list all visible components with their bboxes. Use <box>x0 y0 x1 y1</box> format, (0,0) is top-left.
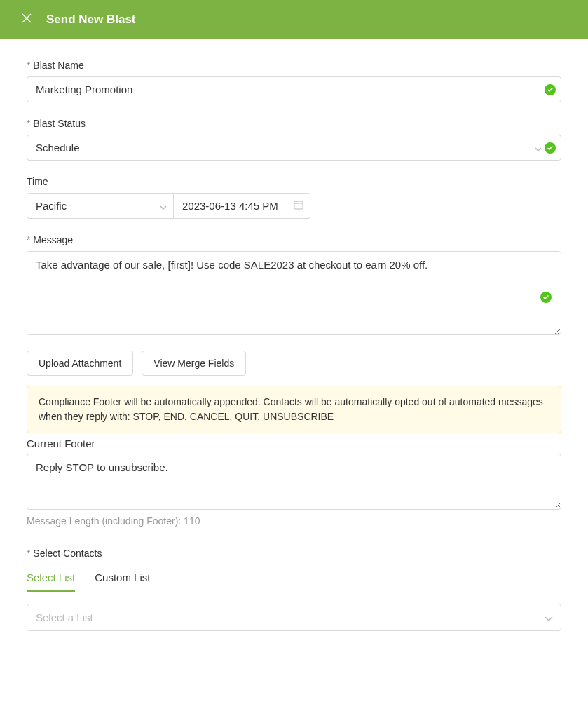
message-length-text: Message Length (including Footer): 110 <box>27 515 561 527</box>
timezone-value: Pacific <box>36 200 67 212</box>
footer-textarea[interactable] <box>27 454 561 510</box>
time-label: Time <box>27 176 561 187</box>
tab-select-list[interactable]: Select List <box>27 564 75 592</box>
datetime-value: 2023-06-13 4:45 PM <box>182 200 278 212</box>
message-textarea[interactable] <box>27 251 561 335</box>
datetime-input[interactable]: 2023-06-13 4:45 PM <box>174 193 310 219</box>
select-list-placeholder: Select a List <box>36 611 93 623</box>
close-icon[interactable] <box>21 11 32 27</box>
check-icon <box>540 292 552 303</box>
select-list-dropdown[interactable]: Select a List <box>27 604 561 631</box>
message-label: Message <box>27 234 561 245</box>
blast-status-select[interactable]: Schedule <box>27 135 561 161</box>
select-contacts-label: Select Contacts <box>27 548 561 559</box>
blast-status-value: Schedule <box>36 142 80 154</box>
timezone-select[interactable]: Pacific <box>27 193 174 219</box>
blast-name-label: Blast Name <box>27 60 561 71</box>
view-merge-fields-button[interactable]: View Merge Fields <box>142 351 246 376</box>
blast-name-input[interactable] <box>27 76 561 102</box>
page-header: Send New Blast <box>0 0 588 39</box>
current-footer-label: Current Footer <box>27 438 561 449</box>
tab-custom-list[interactable]: Custom List <box>95 564 150 592</box>
page-title: Send New Blast <box>46 13 136 27</box>
check-icon <box>545 142 556 154</box>
contacts-tabs: Select List Custom List <box>27 564 561 592</box>
blast-status-label: Blast Status <box>27 118 561 129</box>
compliance-notice: Compliance Footer will be automatically … <box>27 386 561 433</box>
check-icon <box>545 84 556 95</box>
upload-attachment-button[interactable]: Upload Attachment <box>27 351 133 376</box>
